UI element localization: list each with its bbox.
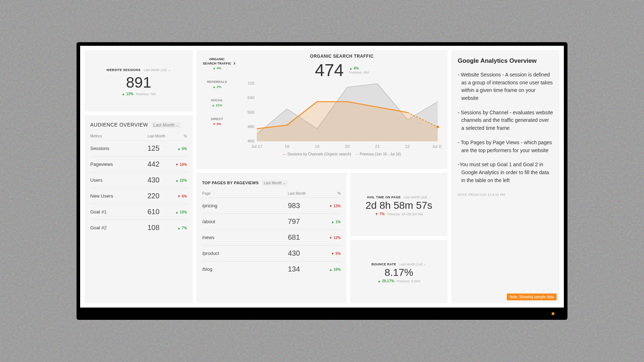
- svg-text:640: 640: [247, 96, 254, 100]
- channel-tab[interactable]: ORGANICSEARCH TRAFFIC›▲ 4%: [200, 57, 234, 71]
- svg-text:20: 20: [345, 145, 350, 149]
- avgtime-delta: ▼ 7%: [375, 212, 384, 216]
- audience-table: Metrics Last Month % Sessions125▲ 6%Page…: [90, 132, 187, 235]
- pages-col-pct: %: [306, 189, 341, 198]
- info-item: - Website Sessions - A session is define…: [458, 71, 553, 102]
- svg-text:400: 400: [247, 139, 254, 143]
- bounce-period-dropdown[interactable]: Last Month (Jul) ⌄: [399, 262, 426, 266]
- top-pages-title: TOP PAGES BY PAGEVIEWS: [202, 181, 259, 185]
- bounce-delta: ▲ 29.17%: [378, 279, 395, 283]
- pages-col-value: Last Month: [253, 189, 306, 198]
- legend-previous: Previous (Jun 16 - Jul 16): [360, 152, 401, 156]
- sessions-delta: ▲ 13%: [122, 92, 134, 96]
- table-row: Users430▲ 22%: [90, 172, 187, 188]
- svg-text:560: 560: [247, 110, 254, 114]
- sessions-value: 891: [126, 74, 151, 91]
- chart-legend: — Sessions by Channels (Organic search) …: [242, 152, 442, 156]
- sessions-period-dropdown[interactable]: Last Month (Jul) ⌄: [144, 68, 171, 72]
- channel-tab[interactable]: REFERRALS▲ 2%: [200, 80, 234, 89]
- table-row: /news681▼ 12%: [202, 230, 341, 246]
- organic-traffic-card: ORGANICSEARCH TRAFFIC›▲ 4%REFERRALS▲ 2%S…: [196, 50, 448, 169]
- channel-tab[interactable]: SOCIAL▲ 21%: [200, 98, 234, 107]
- sample-data-badge: Note: Showing sample data: [507, 293, 557, 300]
- audience-title: AUDIENCE OVERVIEW: [90, 122, 148, 128]
- monitor-frame: WEBSITE SESSIONS Last Month (Jul) ⌄ 891 …: [77, 42, 567, 320]
- info-title: Google Analytics Overview: [458, 57, 553, 65]
- svg-text:Jul 23: Jul 23: [432, 145, 442, 149]
- audience-overview-card: AUDIENCE OVERVIEW Last Month Metrics Las…: [84, 115, 193, 303]
- chevron-right-icon: ›: [234, 59, 235, 67]
- dashboard-screen: WEBSITE SESSIONS Last Month (Jul) ⌄ 891 …: [80, 46, 564, 308]
- table-row: Sessions125▲ 6%: [90, 141, 187, 156]
- table-row: New Users220▼ 6%: [90, 188, 187, 204]
- chart-previous: Previous: 454: [349, 71, 369, 74]
- website-sessions-card: WEBSITE SESSIONS Last Month (Jul) ⌄ 891 …: [84, 50, 193, 111]
- legend-current: Sessions by Channels (Organic search): [287, 152, 351, 156]
- channel-tab[interactable]: DIRECT▼ 9%: [200, 117, 234, 126]
- bounce-label: BOUNCE RATE: [371, 262, 396, 266]
- svg-text:720: 720: [247, 81, 254, 85]
- note-timestamp: NOTE FROM AUG 13 6:16 PM: [458, 193, 553, 197]
- info-card: Google Analytics Overview - Website Sess…: [451, 50, 560, 303]
- svg-text:480: 480: [247, 125, 254, 129]
- sessions-previous: Previous: 788: [136, 92, 156, 96]
- avgtime-value: 2d 8h 58m 57s: [365, 200, 432, 211]
- info-item: -You must set up Goal 1 and Goal 2 in Go…: [458, 161, 553, 184]
- top-pages-dropdown[interactable]: Last Month: [262, 180, 288, 186]
- svg-text:21: 21: [375, 145, 380, 149]
- bounce-value: 8.17%: [384, 267, 413, 278]
- chart-value: 474: [315, 60, 344, 80]
- info-item: - Top Pages by Page Views - which pages …: [458, 139, 553, 154]
- sessions-label: WEBSITE SESSIONS: [106, 68, 140, 72]
- bounce-previous: Previous: 6.32%: [397, 279, 421, 283]
- audience-col-pct: %: [165, 132, 187, 141]
- top-pages-card: TOP PAGES BY PAGEVIEWS Last Month Page L…: [196, 173, 347, 303]
- svg-text:18: 18: [285, 145, 290, 149]
- avg-time-card: AVG. TIME ON PAGE Last Month (Jul) ⌄ 2d …: [350, 173, 448, 236]
- top-pages-table: Page Last Month % /pricing983▼ 13%/about…: [202, 189, 341, 277]
- channel-tabs: ORGANICSEARCH TRAFFIC›▲ 4%REFERRALS▲ 2%S…: [196, 50, 236, 169]
- svg-point-12: [436, 126, 439, 128]
- avgtime-label: AVG. TIME ON PAGE: [367, 195, 401, 199]
- table-row: /about797▲ 1%: [202, 214, 341, 230]
- svg-text:19: 19: [315, 145, 319, 149]
- info-list: - Website Sessions - A session is define…: [458, 71, 553, 184]
- table-row: /blog134▲ 16%: [202, 261, 341, 277]
- pages-col-page: Page: [202, 189, 253, 198]
- traffic-chart: 400480560640720Jul 171819202122Jul 23: [242, 81, 442, 150]
- table-row: /pricing983▼ 13%: [202, 198, 341, 214]
- avgtime-period-dropdown[interactable]: Last Month (Jul) ⌄: [404, 195, 431, 199]
- chart-delta: ▲ 4%: [349, 66, 359, 70]
- table-row: Pageviews442▼ 10%: [90, 156, 187, 172]
- audience-col-value: Last Month: [132, 132, 165, 141]
- svg-text:22: 22: [405, 145, 410, 149]
- table-row: Goal #2108▲ 7%: [90, 220, 187, 236]
- table-row: Goal #1610▲ 10%: [90, 204, 187, 220]
- chart-title: ORGANIC SEARCH TRAFFIC: [242, 54, 442, 59]
- svg-text:Jul 17: Jul 17: [251, 145, 262, 149]
- audience-col-metric: Metrics: [90, 132, 132, 141]
- bounce-rate-card: BOUNCE RATE Last Month (Jul) ⌄ 8.17% ▲ 2…: [350, 240, 448, 303]
- audience-period-dropdown[interactable]: Last Month: [151, 122, 180, 128]
- info-item: - Sessions by Channel - evaluates websit…: [458, 109, 553, 132]
- table-row: /product430▼ 5%: [202, 246, 341, 261]
- avgtime-previous: Previous: 2d 13h 2m 56s: [387, 212, 423, 216]
